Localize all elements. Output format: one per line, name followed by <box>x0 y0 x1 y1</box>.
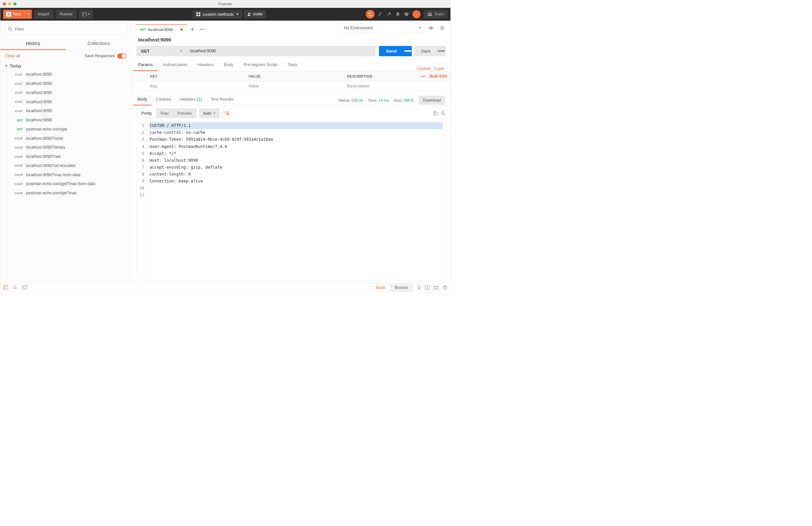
wrench-icon[interactable] <box>387 12 392 17</box>
request-tab[interactable]: GET localhost:9090 <box>135 24 187 34</box>
history-item[interactable]: COOPlocalhost:9090?binary <box>0 143 132 152</box>
tab-body[interactable]: Body <box>219 60 238 71</box>
param-desc-input[interactable]: Description <box>344 81 450 91</box>
body-format-selector[interactable]: Auto <box>199 108 219 118</box>
url-input[interactable]: localhost:9090 <box>187 46 375 56</box>
new-tab-button[interactable] <box>189 25 197 33</box>
tab-params[interactable]: Params <box>133 60 158 71</box>
response-tab-headers[interactable]: Headers (1) <box>175 95 206 106</box>
sidebar-tab-collections[interactable]: Collections <box>66 37 132 50</box>
settings-button[interactable] <box>438 24 447 32</box>
history-item[interactable]: COOPpostman-echo.com/get?mac-form-data <box>0 180 132 189</box>
tab-tests[interactable]: Tests <box>282 60 303 71</box>
mode-build[interactable]: Build <box>372 284 390 291</box>
history-url: postman-echo.com/get <box>26 127 67 132</box>
bulk-edit-link[interactable]: Bulk Edit <box>430 74 447 78</box>
window-maximize-button[interactable] <box>14 2 16 5</box>
response-tab-testresults[interactable]: Test Results <box>206 95 238 106</box>
history-item[interactable]: COOPlocalhost:9090?url-encoded <box>0 161 132 170</box>
history-item[interactable]: CUSTlocalhost:9090 <box>0 70 132 79</box>
send-button[interactable]: Send <box>379 46 412 56</box>
view-raw[interactable]: Raw <box>156 109 173 118</box>
team-button[interactable]: Team <box>424 10 448 19</box>
download-button[interactable]: Download <box>419 96 445 105</box>
response-tab-cookies[interactable]: Cookies <box>151 95 175 106</box>
filter-input[interactable] <box>15 27 124 32</box>
history-item[interactable]: COOPlocalhost:9090?none <box>0 134 132 143</box>
history-method-badge: COOP <box>13 164 23 167</box>
svg-rect-2 <box>197 12 198 14</box>
tab-prerequest[interactable]: Pre-request Script <box>238 60 282 71</box>
tab-options-button[interactable] <box>198 25 206 33</box>
runner-button[interactable]: Runner <box>56 10 77 19</box>
tab-headers[interactable]: Headers <box>192 60 218 71</box>
response-body[interactable]: 1234567891011 CUSTOM / HTTP/1.1cache-con… <box>137 121 446 281</box>
history-method-badge: COOP <box>13 173 23 176</box>
ellipsis-icon[interactable] <box>421 76 425 77</box>
request-name[interactable]: localhost:9090 <box>132 35 450 46</box>
history-method-badge: COOP <box>13 155 23 158</box>
notifications-icon[interactable] <box>395 12 401 17</box>
history-url: localhost:9090?mac-form-data <box>26 172 80 177</box>
save-button[interactable]: Save <box>414 46 445 56</box>
svg-line-26 <box>440 26 441 27</box>
team-label: Team <box>434 12 444 16</box>
method-selector[interactable]: GET <box>137 46 187 56</box>
history-item[interactable]: CUSTlocalhost:9090 <box>0 79 132 88</box>
import-button[interactable]: Import <box>34 10 53 19</box>
cookies-link[interactable]: Cookies <box>417 66 431 71</box>
history-item[interactable]: GETlocalhost:9090 <box>0 115 132 124</box>
tab-authorization[interactable]: Authorization <box>158 60 193 71</box>
history-item[interactable]: COOPlocalhost:9090?raw <box>0 152 132 161</box>
body-format-label: Auto <box>203 111 211 115</box>
svg-rect-1 <box>83 13 86 16</box>
new-dropdown[interactable] <box>24 10 32 19</box>
svg-point-36 <box>441 112 444 115</box>
response-tab-body[interactable]: Body <box>133 95 152 106</box>
bootcamp-icon[interactable] <box>417 285 421 290</box>
send-dropdown[interactable] <box>404 46 411 56</box>
clear-all-link[interactable]: Clear all <box>5 54 20 58</box>
workspace-selector[interactable]: custom methods <box>193 10 242 18</box>
mode-browse[interactable]: Browse <box>390 284 413 291</box>
help-icon[interactable] <box>443 285 447 290</box>
new-window-button[interactable] <box>79 10 93 19</box>
window-close-button[interactable] <box>3 2 5 5</box>
history-item[interactable]: CUSTlocalhost:9090 <box>0 106 132 116</box>
history-item[interactable]: CUSTlocalhost:9090 <box>0 88 132 97</box>
history-group-header[interactable]: Today <box>0 62 132 70</box>
environment-quicklook-button[interactable] <box>427 24 436 32</box>
history-item[interactable]: CUSTlocalhost:9090 <box>0 97 132 106</box>
code-link[interactable]: Code <box>434 66 444 71</box>
filter-box[interactable] <box>4 24 128 34</box>
environment-selector[interactable]: No Environment <box>340 23 424 32</box>
view-preview[interactable]: Preview <box>173 109 196 118</box>
view-pretty[interactable]: Pretty <box>137 109 156 118</box>
history-item[interactable]: GETpostman-echo.com/get <box>0 124 132 134</box>
sidebar-tab-history[interactable]: History <box>0 37 66 50</box>
wrap-toggle[interactable] <box>222 109 232 118</box>
sidebar-toggle-icon[interactable] <box>4 285 8 290</box>
history-item[interactable]: COOPpostman-echo.com/get?mac <box>0 189 132 198</box>
history-item[interactable]: COOPlocalhost:9090?mac-form-data <box>0 170 132 180</box>
console-icon[interactable] <box>23 285 27 290</box>
window-minimize-button[interactable] <box>8 2 11 5</box>
chevron-down-icon <box>180 50 182 51</box>
save-responses-toggle[interactable] <box>117 54 126 59</box>
history-url: localhost:9090?url-encoded <box>26 163 75 168</box>
param-key-input[interactable]: Key <box>146 81 245 91</box>
satellite-icon[interactable] <box>378 12 383 17</box>
heart-icon[interactable] <box>404 12 409 17</box>
new-button[interactable]: New <box>3 10 32 19</box>
copy-icon[interactable] <box>433 111 438 115</box>
invite-button[interactable]: Invite <box>244 10 266 19</box>
two-pane-icon[interactable] <box>425 285 429 289</box>
find-icon[interactable] <box>13 285 17 290</box>
search-response-icon[interactable] <box>441 111 445 115</box>
save-dropdown[interactable] <box>437 46 445 56</box>
user-avatar[interactable] <box>412 10 420 18</box>
param-value-input[interactable]: Value <box>245 81 344 91</box>
svg-point-18 <box>201 29 202 30</box>
keyboard-shortcuts-icon[interactable] <box>434 285 439 289</box>
sync-button[interactable] <box>366 10 375 19</box>
